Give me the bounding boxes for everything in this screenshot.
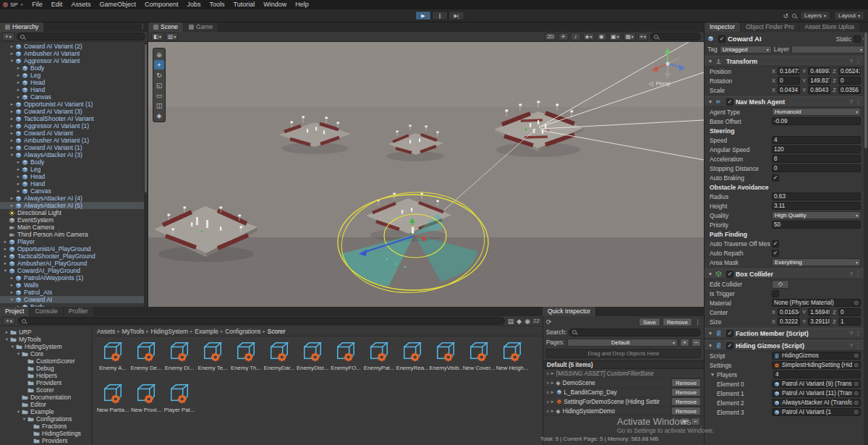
quick-list-item[interactable]: ≡▸◆HidingSystemDemoRemove bbox=[543, 407, 704, 416]
foldout-icon[interactable]: ▸ bbox=[15, 159, 22, 165]
hierarchy-item[interactable]: ▸TacticalShooter_PlayGround bbox=[0, 253, 144, 260]
foldout-icon[interactable]: ▾ bbox=[15, 351, 22, 357]
checkbox[interactable]: ✓ bbox=[726, 330, 733, 337]
checkbox[interactable]: ✓ bbox=[772, 174, 779, 182]
panel-menu-icon[interactable]: ⋮ bbox=[140, 23, 145, 30]
component-header[interactable]: ▼✓Hiding Gizmos (Script)?⋮ bbox=[705, 340, 864, 351]
menu-window[interactable]: Window bbox=[259, 0, 291, 9]
foldout-icon[interactable]: ▸ bbox=[9, 101, 15, 107]
foldout-icon[interactable]: ▼ bbox=[707, 343, 713, 348]
drag-handle-icon[interactable]: ≡ bbox=[546, 409, 549, 414]
hierarchy-item[interactable]: ▸Body bbox=[0, 158, 144, 166]
tab-inspector[interactable]: Inspector bbox=[705, 22, 740, 32]
foldout-icon[interactable]: ▸ bbox=[551, 389, 554, 395]
help-icon[interactable]: ? bbox=[850, 271, 853, 277]
object-field[interactable]: HidingGizmos⊙ bbox=[772, 352, 861, 360]
foldout-icon[interactable]: ▸ bbox=[551, 370, 554, 376]
menu-assets[interactable]: Assets bbox=[67, 0, 95, 9]
pause-button[interactable]: ∥ bbox=[432, 11, 448, 20]
checkbox[interactable]: ✓ bbox=[726, 342, 733, 349]
object-picker-icon[interactable]: ⊙ bbox=[854, 300, 859, 306]
foldout-icon[interactable]: ▼ bbox=[707, 59, 713, 64]
drag-handle-icon[interactable]: ≡ bbox=[546, 390, 549, 395]
remove-item-button[interactable]: Remove bbox=[671, 397, 701, 406]
save-button[interactable]: Save bbox=[639, 318, 660, 326]
tab-asset-store-upload[interactable]: Asset Store Uploa bbox=[800, 22, 860, 32]
menu-icon[interactable]: ⋮ bbox=[855, 342, 861, 349]
foldout-icon[interactable]: ▸ bbox=[15, 174, 22, 179]
checkbox[interactable] bbox=[772, 290, 779, 297]
asset-item[interactable]: Enemy Di... bbox=[163, 341, 196, 381]
tab-project[interactable]: Project bbox=[0, 307, 29, 316]
asset-item[interactable]: Enemy De... bbox=[129, 341, 163, 381]
lighting-icon[interactable]: ☀ bbox=[558, 33, 569, 41]
hierarchy-item[interactable]: ▸Aggressor AI Variant (1) bbox=[0, 122, 144, 130]
object-picker-icon[interactable]: ⊙ bbox=[854, 409, 859, 415]
menu-tools[interactable]: Tools bbox=[205, 0, 229, 9]
help-icon[interactable]: ? bbox=[850, 330, 853, 336]
project-folder[interactable]: Documentation bbox=[0, 394, 92, 401]
number-field[interactable]: 0.46993 bbox=[808, 67, 830, 75]
hierarchy-item[interactable]: ▸Coward AI Variant (3) bbox=[0, 108, 144, 115]
panel-menu-icon[interactable]: ⋮ bbox=[694, 318, 701, 326]
drag-handle-icon[interactable]: ≡ bbox=[546, 371, 549, 376]
tab-object-finder-pro[interactable]: Object Finder Pro bbox=[741, 22, 799, 32]
breadcrumb-item[interactable]: HidingSystem bbox=[150, 328, 188, 335]
static-checkbox[interactable] bbox=[854, 35, 861, 43]
layout-dropdown[interactable]: Layout ▾ bbox=[834, 11, 864, 20]
project-folder[interactable]: ▾Core bbox=[0, 350, 92, 357]
hierarchy-item[interactable]: Third Person Aim Camera bbox=[0, 231, 144, 238]
tag-dropdown[interactable]: Untagged ▾ bbox=[720, 46, 772, 54]
2d-toggle[interactable]: 2D bbox=[545, 33, 556, 41]
menu-file[interactable]: File bbox=[27, 0, 47, 9]
persp-toggle-icon[interactable]: ◁ bbox=[649, 80, 653, 87]
hierarchy-item[interactable]: ▸Coward AI Variant (1) bbox=[0, 144, 144, 151]
checkbox[interactable]: ✓ bbox=[726, 98, 733, 106]
hierarchy-item[interactable]: ▸Opportunist AI Variant (1) bbox=[0, 101, 144, 108]
hierarchy-item[interactable]: ▸Canvas bbox=[0, 93, 144, 101]
project-folder[interactable]: Providers bbox=[0, 379, 92, 386]
object-field[interactable]: None (Physic Material)⊙ bbox=[772, 299, 861, 307]
component-header[interactable]: ▼✓Nav Mesh Agent?⋮ bbox=[705, 96, 864, 107]
tab-hierarchy[interactable]: Hierarchy bbox=[0, 22, 43, 32]
hierarchy-item[interactable]: ▸Canvas bbox=[0, 187, 144, 195]
foldout-icon[interactable]: ▸ bbox=[9, 275, 15, 281]
asset-item[interactable]: EnemyFO... bbox=[329, 341, 362, 381]
foldout-icon[interactable]: ▾ bbox=[15, 409, 22, 415]
hierarchy-item[interactable]: ▸Ambusher AI Variant (1) bbox=[0, 137, 144, 144]
project-folder[interactable]: ▾Configrations bbox=[0, 415, 92, 423]
foldout-icon[interactable]: ▾ bbox=[2, 268, 9, 274]
pages-dropdown[interactable]: Default ▾ bbox=[567, 339, 678, 347]
foldout-icon[interactable]: ▸ bbox=[9, 145, 15, 151]
hierarchy-item[interactable]: ▾Aggressor AI Variant bbox=[0, 57, 144, 64]
hierarchy-item[interactable]: ▸AlwaysAttacker AI (4) bbox=[0, 195, 144, 202]
hierarchy-item[interactable]: ▸Body bbox=[0, 64, 144, 72]
foldout-icon[interactable]: ▸ bbox=[9, 51, 15, 56]
audio-icon[interactable]: ♪ bbox=[571, 33, 581, 41]
breadcrumb-item[interactable]: MyTools bbox=[122, 328, 144, 335]
foldout-icon[interactable]: ▾ bbox=[9, 297, 15, 302]
asset-item[interactable]: EnemyDar... bbox=[263, 341, 296, 381]
asset-item[interactable]: Enemy Th... bbox=[229, 341, 263, 381]
foldout-icon[interactable]: ▸ bbox=[15, 166, 22, 172]
number-field[interactable]: 1.56949 bbox=[808, 308, 830, 316]
tab-game[interactable]: Game bbox=[184, 22, 218, 32]
number-field[interactable]: 120 bbox=[772, 145, 861, 153]
foldout-icon[interactable]: ▾ bbox=[9, 152, 15, 158]
foldout-icon[interactable]: ▼ bbox=[710, 372, 715, 377]
hierarchy-item[interactable]: ▾CowardAI_PlayGround bbox=[0, 267, 144, 274]
foldout-icon[interactable]: ▸ bbox=[9, 130, 15, 136]
draw-mode-icon[interactable]: ◧▾ bbox=[151, 33, 163, 41]
rect-tool[interactable]: ▭ bbox=[154, 90, 164, 100]
hierarchy-item[interactable]: ▸AlwaysAttacker AI (5) bbox=[0, 202, 144, 209]
number-field[interactable]: 0.16471 bbox=[778, 67, 800, 75]
foldout-icon[interactable]: ▸ bbox=[15, 87, 22, 93]
asset-item[interactable]: Player Pat... bbox=[163, 383, 196, 423]
layers-dropdown[interactable]: Layers ▾ bbox=[800, 11, 830, 20]
menu-edit[interactable]: Edit bbox=[47, 0, 67, 9]
component-header[interactable]: ▼✓Faction Member (Script)?⋮ bbox=[705, 328, 864, 339]
foldout-icon[interactable]: ▸ bbox=[2, 260, 9, 266]
effects-icon[interactable]: ◈▾ bbox=[583, 33, 595, 41]
hierarchy-item[interactable]: ▸PatrolAIWaypoints (1) bbox=[0, 274, 144, 281]
number-field[interactable]: 0.0434 bbox=[778, 86, 800, 94]
